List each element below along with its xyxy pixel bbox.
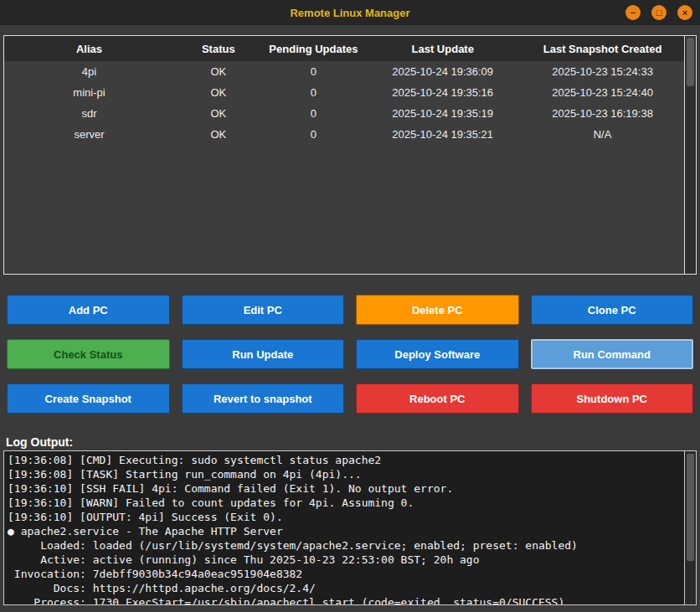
cell-alias: server: [4, 124, 174, 145]
column-header-alias[interactable]: Alias: [4, 36, 174, 61]
table-row[interactable]: 4pi OK 0 2025-10-24 19:36:09 2025-10-23 …: [4, 61, 684, 82]
cell-alias: mini-pi: [4, 82, 174, 103]
cell-last-snapshot: 2025-10-23 15:24:40: [521, 82, 684, 103]
run-update-button[interactable]: Run Update: [182, 339, 345, 369]
delete-pc-button[interactable]: Delete PC: [356, 295, 519, 325]
deploy-software-button[interactable]: Deploy Software: [356, 339, 519, 369]
column-header-last-snapshot[interactable]: Last Snapshot Created: [521, 36, 684, 61]
clone-pc-button[interactable]: Clone PC: [531, 295, 694, 325]
column-header-pending-updates[interactable]: Pending Updates: [263, 36, 365, 61]
log-scrollbar-thumb[interactable]: [687, 454, 694, 561]
add-pc-button[interactable]: Add PC: [7, 295, 170, 325]
log-output-panel: [19:36:08] [CMD] Executing: sudo systemc…: [3, 450, 697, 605]
pc-table-panel: Alias Status Pending Updates Last Update…: [3, 35, 697, 275]
cell-last-update: 2025-10-24 19:35:19: [364, 103, 521, 124]
cell-status: OK: [174, 82, 263, 103]
log-line: Invocation: 7debff9030b34c94a0eac951904e…: [8, 567, 681, 581]
cell-last-update: 2025-10-24 19:35:21: [364, 124, 521, 145]
window-title: Remote Linux Manager: [290, 7, 409, 19]
cell-alias: 4pi: [4, 61, 174, 82]
maximize-icon[interactable]: □: [651, 5, 667, 20]
shutdown-pc-button[interactable]: Shutdown PC: [531, 383, 694, 414]
cell-status: OK: [174, 103, 263, 124]
cell-last-snapshot: N/A: [521, 124, 684, 145]
log-output-label: Log Output:: [6, 435, 73, 449]
create-snapshot-button[interactable]: Create Snapshot: [7, 383, 170, 414]
edit-pc-button[interactable]: Edit PC: [182, 295, 345, 325]
cell-pending-updates: 0: [263, 124, 365, 145]
log-line: [19:36:10] [WARN] Failed to count update…: [8, 496, 681, 510]
cell-pending-updates: 0: [263, 82, 365, 103]
cell-status: OK: [174, 61, 263, 82]
log-line: [19:36:10] [OUTPUT: 4pi] Success (Exit 0…: [8, 510, 681, 524]
column-header-status[interactable]: Status: [174, 36, 263, 61]
cell-last-snapshot: 2025-10-23 15:24:33: [521, 61, 684, 82]
action-button-grid: Add PC Edit PC Delete PC Clone PC Check …: [7, 295, 693, 414]
log-line: Process: 1730 ExecStart=/usr/sbin/apache…: [8, 595, 681, 604]
minimize-icon[interactable]: −: [625, 5, 641, 20]
revert-to-snapshot-button[interactable]: Revert to snapshot: [182, 383, 345, 414]
log-line: [19:36:10] [SSH FAIL] 4pi: Command faile…: [8, 481, 681, 496]
table-scrollbar-thumb[interactable]: [687, 38, 694, 86]
cell-pending-updates: 0: [263, 103, 365, 124]
cell-alias: sdr: [4, 103, 174, 124]
table-row[interactable]: server OK 0 2025-10-24 19:35:21 N/A: [4, 124, 684, 145]
log-scrollbar[interactable]: [684, 451, 696, 604]
pc-table: Alias Status Pending Updates Last Update…: [4, 36, 684, 274]
table-header-row: Alias Status Pending Updates Last Update…: [4, 36, 684, 61]
table-scrollbar[interactable]: [684, 36, 696, 274]
log-line: Docs: https://httpd.apache.org/docs/2.4/: [8, 581, 681, 595]
column-header-last-update[interactable]: Last Update: [364, 36, 521, 61]
log-line: Loaded: loaded (/usr/lib/systemd/system/…: [8, 538, 681, 553]
log-line: Active: active (running) since Thu 2025-…: [8, 553, 681, 567]
log-line: ● apache2.service - The Apache HTTP Serv…: [8, 524, 681, 538]
cell-pending-updates: 0: [263, 61, 365, 82]
window-controls: − □ ×: [625, 0, 692, 25]
titlebar: Remote Linux Manager − □ ×: [0, 0, 700, 25]
cell-last-update: 2025-10-24 19:36:09: [364, 61, 521, 82]
cell-last-snapshot: 2025-10-23 16:19:38: [521, 103, 684, 124]
check-status-button[interactable]: Check Status: [7, 339, 170, 369]
table-row[interactable]: sdr OK 0 2025-10-24 19:35:19 2025-10-23 …: [4, 103, 684, 124]
cell-last-update: 2025-10-24 19:35:16: [364, 82, 521, 103]
log-line: [19:36:08] [CMD] Executing: sudo systemc…: [8, 453, 681, 467]
log-line: [19:36:08] [TASK] Starting run_command o…: [8, 467, 681, 481]
cell-status: OK: [174, 124, 263, 145]
table-row[interactable]: mini-pi OK 0 2025-10-24 19:35:16 2025-10…: [4, 82, 684, 103]
log-output[interactable]: [19:36:08] [CMD] Executing: sudo systemc…: [4, 451, 684, 604]
reboot-pc-button[interactable]: Reboot PC: [356, 383, 519, 414]
close-icon[interactable]: ×: [677, 5, 692, 20]
run-command-button[interactable]: Run Command: [531, 339, 694, 369]
